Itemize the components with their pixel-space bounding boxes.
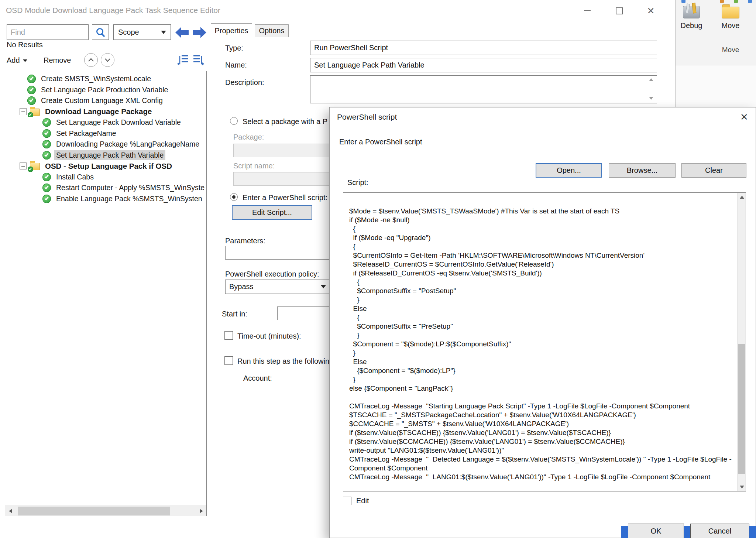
select-package-radio[interactable]: [230, 117, 238, 125]
chevron-down-icon: [104, 58, 111, 62]
tree-item[interactable]: Download Language Package: [5, 106, 206, 117]
parameters-label: Parameters:: [225, 237, 265, 245]
step-success-check-icon: [42, 118, 51, 127]
tree-item-label: Downloading Package %LangPackageName: [54, 139, 201, 149]
ok-button[interactable]: OK: [628, 524, 684, 538]
cancel-button[interactable]: Cancel: [690, 524, 749, 538]
ribbon-debug-button[interactable]: Debug: [676, 1, 707, 30]
dialog-close-button[interactable]: ✕: [736, 110, 752, 124]
chevron-up-icon: [88, 58, 94, 62]
triangle-up-icon: [740, 196, 744, 199]
edit-checkbox[interactable]: [343, 497, 351, 505]
scroll-down-icon[interactable]: [649, 97, 653, 100]
parameters-input[interactable]: [225, 246, 329, 260]
remove-button[interactable]: Remove: [44, 54, 71, 66]
script-name-input: [233, 172, 341, 186]
tree-item[interactable]: Set Language Pack Production Variable: [5, 85, 206, 96]
tree-item[interactable]: Install Cabs: [5, 172, 206, 183]
collapse-expander-icon[interactable]: [20, 162, 27, 169]
tree-item[interactable]: Set Language Pack Path Variable: [5, 150, 206, 161]
step-success-check-icon: [42, 140, 51, 148]
tree-item[interactable]: Set PackageName: [5, 128, 206, 139]
type-label: Type:: [225, 44, 243, 52]
find-next-button[interactable]: [192, 26, 207, 39]
type-input[interactable]: [310, 41, 657, 55]
scroll-left-arrow[interactable]: [5, 506, 16, 516]
chevron-down-icon: [23, 59, 27, 62]
script-editor[interactable]: $Mode = $tsenv.Value('SMSTS_TSWaaSMode')…: [343, 192, 746, 491]
tree-item-label: Install Cabs: [54, 172, 96, 182]
move-step-in-button[interactable]: [192, 54, 205, 66]
tab-options[interactable]: Options: [255, 24, 289, 37]
find-previous-button[interactable]: [174, 26, 190, 39]
scrollbar-thumb[interactable]: [738, 344, 745, 474]
tree-item[interactable]: Create SMSTS_WinSystemLocale: [5, 73, 206, 85]
scroll-right-arrow[interactable]: [196, 506, 206, 516]
move-step-out-button[interactable]: [176, 54, 189, 66]
tree-item[interactable]: Create Custom Language XML Config: [5, 95, 206, 106]
browse-button[interactable]: Browse...: [609, 163, 676, 178]
enter-script-radio-label: Enter a PowerShell script:: [243, 193, 327, 202]
collapse-expander-icon[interactable]: [20, 108, 27, 115]
name-input[interactable]: [310, 58, 657, 72]
scroll-down-arrow[interactable]: [738, 483, 746, 491]
run-as-account-checkbox[interactable]: [224, 356, 233, 365]
find-results-status: No Results: [7, 41, 43, 49]
script-scrollbar[interactable]: [737, 193, 746, 491]
step-success-check-icon: [42, 195, 51, 203]
arrow-left-icon: [174, 26, 190, 39]
edit-script-button[interactable]: Edit Script...: [232, 205, 312, 220]
search-button[interactable]: [92, 24, 109, 40]
tree-item-label: Restart Computer - Apply %SMSTS_WinSyste: [54, 183, 206, 193]
tree-item[interactable]: Downloading Package %LangPackageName: [5, 139, 206, 150]
triangle-right-icon: [200, 509, 203, 513]
window-controls: ✕: [576, 2, 662, 19]
debug-tools-icon: [683, 6, 700, 18]
execution-policy-dropdown[interactable]: Bypass: [225, 280, 330, 294]
scroll-up-icon[interactable]: [649, 78, 653, 81]
scroll-up-arrow[interactable]: [738, 193, 746, 201]
tab-properties[interactable]: Properties: [211, 23, 252, 38]
ribbon-move-button[interactable]: Move: [715, 1, 746, 30]
outdent-list-icon: [176, 54, 189, 66]
collapse-all-button[interactable]: [84, 53, 98, 67]
open-button[interactable]: Open...: [536, 163, 602, 178]
triangle-left-icon: [9, 509, 12, 513]
script-text[interactable]: $Mode = $tsenv.Value('SMSTS_TSWaaSMode')…: [343, 193, 737, 491]
qat-icon: [748, 0, 752, 3]
start-in-input[interactable]: [277, 306, 329, 320]
execution-policy-value: Bypass: [229, 282, 254, 291]
enter-script-radio[interactable]: [230, 193, 238, 201]
tree-horizontal-scrollbar[interactable]: [5, 506, 206, 516]
clear-button[interactable]: Clear: [681, 163, 746, 178]
add-button[interactable]: Add: [7, 54, 27, 66]
console-content-band: [676, 65, 756, 107]
maximize-button[interactable]: [608, 2, 630, 19]
search-icon: [96, 28, 105, 37]
tree-item[interactable]: OSD - Setup Language Pack if OSD: [5, 161, 206, 172]
remove-button-label: Remove: [44, 56, 71, 65]
scope-dropdown-value: Scope: [118, 28, 139, 37]
scrollbar-thumb[interactable]: [18, 507, 170, 515]
tree-item[interactable]: Restart Computer - Apply %SMSTS_WinSyste: [5, 182, 206, 193]
tree-item-label: Set Language Pack Download Variable: [54, 117, 183, 127]
description-input[interactable]: [310, 75, 657, 103]
window-title: OSD Module Download Language Pack Task S…: [6, 6, 220, 15]
add-button-label: Add: [7, 56, 20, 65]
expand-all-button[interactable]: [101, 53, 114, 67]
step-success-check-icon: [27, 75, 36, 83]
tree-item-label: Set Language Pack Path Variable: [54, 150, 165, 160]
find-input[interactable]: [7, 24, 89, 40]
close-icon: ✕: [740, 112, 748, 123]
move-folder-icon: [722, 7, 739, 18]
close-button[interactable]: ✕: [639, 2, 662, 19]
timeout-checkbox[interactable]: [224, 331, 233, 340]
dialog-title: PowerShell script: [337, 113, 397, 121]
minimize-button[interactable]: [576, 2, 599, 19]
tree-item-label: Create SMSTS_WinSystemLocale: [39, 74, 153, 84]
tree-item[interactable]: Enable Language Pack %SMSTS_WinSysten: [5, 193, 206, 205]
scope-dropdown[interactable]: Scope: [113, 24, 171, 40]
step-success-check-icon: [42, 151, 51, 160]
close-icon: ✕: [647, 6, 655, 16]
tree-item[interactable]: Set Language Pack Download Variable: [5, 117, 206, 128]
